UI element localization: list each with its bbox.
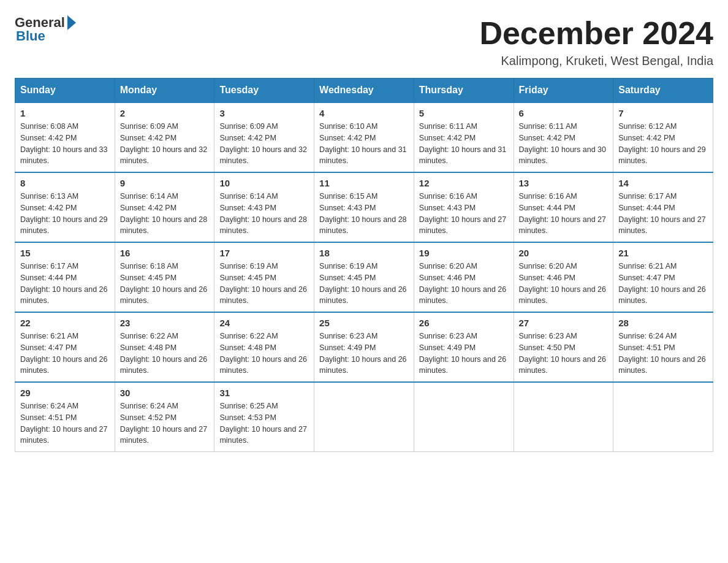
day-number: 21 [618,248,708,258]
calendar-cell: 14 Sunrise: 6:17 AMSunset: 4:44 PMDaylig… [613,172,713,242]
calendar-cell: 25 Sunrise: 6:23 AMSunset: 4:49 PMDaylig… [314,312,414,382]
day-info: Sunrise: 6:24 AMSunset: 4:51 PMDaylight:… [618,332,705,375]
day-number: 26 [419,318,509,328]
col-header-sunday: Sunday [15,79,115,103]
day-info: Sunrise: 6:08 AMSunset: 4:42 PMDaylight:… [20,122,107,165]
calendar-header-row: SundayMondayTuesdayWednesdayThursdayFrid… [15,79,713,103]
day-info: Sunrise: 6:11 AMSunset: 4:42 PMDaylight:… [419,122,506,165]
day-info: Sunrise: 6:22 AMSunset: 4:48 PMDaylight:… [219,332,306,375]
week-row-1: 1 Sunrise: 6:08 AMSunset: 4:42 PMDayligh… [15,102,713,172]
week-row-4: 22 Sunrise: 6:21 AMSunset: 4:47 PMDaylig… [15,312,713,382]
calendar-cell: 6 Sunrise: 6:11 AMSunset: 4:42 PMDayligh… [514,102,613,172]
day-info: Sunrise: 6:13 AMSunset: 4:42 PMDaylight:… [20,192,107,235]
day-info: Sunrise: 6:24 AMSunset: 4:51 PMDaylight:… [20,402,107,445]
day-info: Sunrise: 6:20 AMSunset: 4:46 PMDaylight:… [519,262,606,305]
week-row-2: 8 Sunrise: 6:13 AMSunset: 4:42 PMDayligh… [15,172,713,242]
day-number: 19 [419,248,509,258]
calendar-cell: 10 Sunrise: 6:14 AMSunset: 4:43 PMDaylig… [214,172,314,242]
day-info: Sunrise: 6:16 AMSunset: 4:43 PMDaylight:… [419,192,506,235]
day-number: 28 [618,318,708,328]
month-title: December 2024 [479,15,713,52]
calendar-cell: 17 Sunrise: 6:19 AMSunset: 4:45 PMDaylig… [214,242,314,312]
logo-blue: Blue [16,28,45,44]
day-info: Sunrise: 6:09 AMSunset: 4:42 PMDaylight:… [219,122,306,165]
day-info: Sunrise: 6:23 AMSunset: 4:50 PMDaylight:… [519,332,606,375]
day-number: 14 [618,178,708,188]
calendar-cell [613,382,713,452]
day-number: 20 [519,248,609,258]
calendar-cell: 24 Sunrise: 6:22 AMSunset: 4:48 PMDaylig… [214,312,314,382]
calendar-cell: 2 Sunrise: 6:09 AMSunset: 4:42 PMDayligh… [115,102,214,172]
calendar-cell: 23 Sunrise: 6:22 AMSunset: 4:48 PMDaylig… [115,312,214,382]
day-info: Sunrise: 6:09 AMSunset: 4:42 PMDaylight:… [120,122,207,165]
calendar-cell: 3 Sunrise: 6:09 AMSunset: 4:42 PMDayligh… [214,102,314,172]
calendar-cell: 1 Sunrise: 6:08 AMSunset: 4:42 PMDayligh… [15,102,115,172]
calendar-cell: 12 Sunrise: 6:16 AMSunset: 4:43 PMDaylig… [414,172,514,242]
title-section: December 2024 Kalimpong, Kruketi, West B… [479,15,713,68]
calendar-cell: 15 Sunrise: 6:17 AMSunset: 4:44 PMDaylig… [15,242,115,312]
calendar-cell: 7 Sunrise: 6:12 AMSunset: 4:42 PMDayligh… [613,102,713,172]
calendar-cell: 13 Sunrise: 6:16 AMSunset: 4:44 PMDaylig… [514,172,613,242]
day-number: 13 [519,178,609,188]
day-info: Sunrise: 6:19 AMSunset: 4:45 PMDaylight:… [319,262,406,305]
day-number: 11 [319,178,409,188]
calendar-cell: 19 Sunrise: 6:20 AMSunset: 4:46 PMDaylig… [414,242,514,312]
day-info: Sunrise: 6:14 AMSunset: 4:42 PMDaylight:… [120,192,207,235]
day-number: 22 [20,318,110,328]
day-number: 1 [20,108,110,118]
day-number: 27 [519,318,609,328]
day-info: Sunrise: 6:12 AMSunset: 4:42 PMDaylight:… [618,122,705,165]
calendar-cell: 20 Sunrise: 6:20 AMSunset: 4:46 PMDaylig… [514,242,613,312]
location-text: Kalimpong, Kruketi, West Bengal, India [479,54,713,68]
day-info: Sunrise: 6:16 AMSunset: 4:44 PMDaylight:… [519,192,606,235]
day-number: 16 [120,248,210,258]
day-info: Sunrise: 6:14 AMSunset: 4:43 PMDaylight:… [219,192,306,235]
calendar-cell: 26 Sunrise: 6:23 AMSunset: 4:49 PMDaylig… [414,312,514,382]
day-number: 30 [120,388,210,398]
logo-arrow-icon [67,15,76,30]
calendar-cell: 30 Sunrise: 6:24 AMSunset: 4:52 PMDaylig… [115,382,214,452]
day-number: 9 [120,178,210,188]
day-info: Sunrise: 6:23 AMSunset: 4:49 PMDaylight:… [419,332,506,375]
logo: General Blue [15,15,76,44]
day-info: Sunrise: 6:21 AMSunset: 4:47 PMDaylight:… [20,332,107,375]
day-number: 10 [219,178,309,188]
calendar-cell: 29 Sunrise: 6:24 AMSunset: 4:51 PMDaylig… [15,382,115,452]
week-row-3: 15 Sunrise: 6:17 AMSunset: 4:44 PMDaylig… [15,242,713,312]
calendar-cell: 9 Sunrise: 6:14 AMSunset: 4:42 PMDayligh… [115,172,214,242]
week-row-5: 29 Sunrise: 6:24 AMSunset: 4:51 PMDaylig… [15,382,713,452]
day-number: 6 [519,108,609,118]
day-number: 18 [319,248,409,258]
col-header-monday: Monday [115,79,214,103]
day-info: Sunrise: 6:19 AMSunset: 4:45 PMDaylight:… [219,262,306,305]
day-info: Sunrise: 6:24 AMSunset: 4:52 PMDaylight:… [120,402,207,445]
day-info: Sunrise: 6:10 AMSunset: 4:42 PMDaylight:… [319,122,406,165]
day-number: 24 [219,318,309,328]
col-header-friday: Friday [514,79,613,103]
calendar-cell: 22 Sunrise: 6:21 AMSunset: 4:47 PMDaylig… [15,312,115,382]
day-info: Sunrise: 6:23 AMSunset: 4:49 PMDaylight:… [319,332,406,375]
day-number: 7 [618,108,708,118]
calendar-cell [514,382,613,452]
day-info: Sunrise: 6:25 AMSunset: 4:53 PMDaylight:… [219,402,306,445]
day-info: Sunrise: 6:17 AMSunset: 4:44 PMDaylight:… [20,262,107,305]
calendar-cell: 21 Sunrise: 6:21 AMSunset: 4:47 PMDaylig… [613,242,713,312]
calendar-cell: 4 Sunrise: 6:10 AMSunset: 4:42 PMDayligh… [314,102,414,172]
day-info: Sunrise: 6:15 AMSunset: 4:43 PMDaylight:… [319,192,406,235]
col-header-thursday: Thursday [414,79,514,103]
page-header: General Blue December 2024 Kalimpong, Kr… [15,15,713,68]
day-number: 4 [319,108,409,118]
calendar-table: SundayMondayTuesdayWednesdayThursdayFrid… [15,78,713,452]
day-info: Sunrise: 6:18 AMSunset: 4:45 PMDaylight:… [120,262,207,305]
day-number: 5 [419,108,509,118]
day-number: 15 [20,248,110,258]
day-number: 23 [120,318,210,328]
day-number: 8 [20,178,110,188]
day-info: Sunrise: 6:22 AMSunset: 4:48 PMDaylight:… [120,332,207,375]
day-number: 3 [219,108,309,118]
calendar-cell: 8 Sunrise: 6:13 AMSunset: 4:42 PMDayligh… [15,172,115,242]
calendar-cell: 18 Sunrise: 6:19 AMSunset: 4:45 PMDaylig… [314,242,414,312]
calendar-cell: 5 Sunrise: 6:11 AMSunset: 4:42 PMDayligh… [414,102,514,172]
day-number: 17 [219,248,309,258]
day-number: 31 [219,388,309,398]
